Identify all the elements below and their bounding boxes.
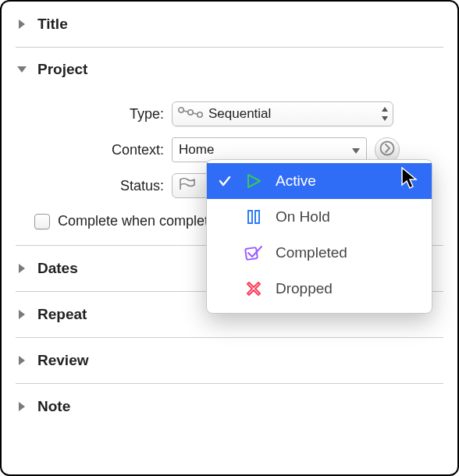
flag-icon xyxy=(179,177,196,195)
status-menu-item-active[interactable]: Active xyxy=(207,163,432,199)
svg-marker-1 xyxy=(17,66,27,73)
chevron-right-icon xyxy=(16,18,28,30)
stepper-icon xyxy=(380,105,390,123)
svg-marker-12 xyxy=(19,310,25,319)
svg-marker-11 xyxy=(19,264,25,273)
section-title-label: Dates xyxy=(37,260,78,277)
section-header-note[interactable]: Note xyxy=(16,384,443,429)
svg-point-3 xyxy=(188,109,193,114)
svg-rect-17 xyxy=(255,211,259,223)
svg-marker-9 xyxy=(352,148,360,154)
status-label: Status: xyxy=(16,178,172,194)
svg-marker-7 xyxy=(382,107,388,112)
x-icon xyxy=(243,280,265,297)
section-title-label: Note xyxy=(37,398,70,415)
type-label: Type: xyxy=(16,106,172,123)
menu-item-label: Dropped xyxy=(276,280,333,297)
svg-rect-16 xyxy=(248,211,252,223)
context-value: Home xyxy=(179,142,214,158)
section-title-label: Title xyxy=(37,16,68,33)
type-value: Sequential xyxy=(204,106,276,122)
svg-point-10 xyxy=(381,141,394,155)
section-header-title[interactable]: Title xyxy=(16,2,443,48)
svg-marker-15 xyxy=(248,175,260,187)
complete-when-last-checkbox[interactable] xyxy=(34,214,50,229)
svg-marker-13 xyxy=(19,356,25,365)
svg-point-2 xyxy=(179,107,183,112)
menu-item-label: Completed xyxy=(276,244,347,261)
checkmark-icon xyxy=(218,175,232,187)
chevron-down-icon xyxy=(350,144,361,160)
chevron-right-icon xyxy=(16,308,28,321)
section-title-label: Repeat xyxy=(37,306,87,323)
section-title-label: Project xyxy=(37,61,87,78)
sequential-icon xyxy=(177,106,204,123)
svg-line-6 xyxy=(193,112,197,114)
menu-item-label: On Hold xyxy=(276,208,330,226)
context-label: Context: xyxy=(16,142,172,158)
row-type: Type: Sequential xyxy=(16,98,443,130)
svg-line-5 xyxy=(183,110,188,112)
pause-icon xyxy=(243,208,265,226)
chevron-right-icon xyxy=(16,400,28,413)
chevron-down-icon xyxy=(16,63,28,76)
arrow-right-circle-icon xyxy=(379,140,395,160)
svg-marker-0 xyxy=(19,20,25,29)
section-header-project[interactable]: Project xyxy=(16,51,443,88)
status-menu-item-dropped[interactable]: Dropped xyxy=(207,271,432,307)
svg-marker-8 xyxy=(382,116,388,121)
chevron-right-icon xyxy=(16,354,28,367)
status-menu-item-completed[interactable]: Completed xyxy=(207,235,432,271)
section-header-review[interactable]: Review xyxy=(16,338,443,384)
section-title-label: Review xyxy=(37,352,88,369)
inspector-panel: { "sections": { "title": { "label": "Tit… xyxy=(0,0,459,476)
checkbox-done-icon xyxy=(243,244,265,261)
chevron-right-icon xyxy=(16,262,28,275)
play-icon xyxy=(243,172,265,190)
svg-point-4 xyxy=(197,112,202,116)
menu-item-label: Active xyxy=(276,172,316,190)
type-popup[interactable]: Sequential xyxy=(172,101,393,126)
svg-marker-14 xyxy=(19,402,25,411)
status-menu: Active On Hold Completed Dropped xyxy=(206,159,432,314)
status-menu-item-onhold[interactable]: On Hold xyxy=(207,199,432,235)
